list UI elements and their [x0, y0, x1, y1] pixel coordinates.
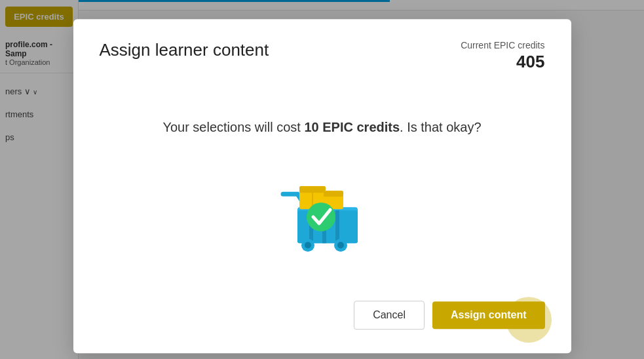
svg-rect-4	[335, 210, 339, 243]
assign-content-dialog: Assign learner content Current EPIC cred…	[73, 19, 571, 353]
message-bold: 10 EPIC credits	[304, 120, 400, 134]
cart-illustration	[270, 155, 375, 253]
dialog-footer: Cancel Assign content	[100, 301, 545, 330]
dialog-credits: Current EPIC credits 405	[461, 40, 544, 72]
svg-point-12	[305, 242, 311, 248]
svg-rect-8	[324, 191, 343, 197]
credits-label: Current EPIC credits	[461, 40, 544, 50]
dialog-header: Assign learner content Current EPIC cred…	[100, 40, 545, 72]
message-suffix: . Is that okay?	[400, 120, 482, 134]
cancel-button[interactable]: Cancel	[354, 301, 425, 330]
message-prefix: Your selections will cost	[162, 120, 304, 134]
dialog-title: Assign learner content	[100, 40, 269, 60]
credits-value: 405	[516, 52, 544, 72]
dialog-body: Your selections will cost 10 EPIC credit…	[100, 98, 545, 288]
dialog-message: Your selections will cost 10 EPIC credit…	[162, 120, 481, 135]
svg-point-14	[337, 242, 344, 248]
svg-point-10	[307, 202, 335, 231]
assign-content-button[interactable]: Assign content	[432, 301, 545, 329]
